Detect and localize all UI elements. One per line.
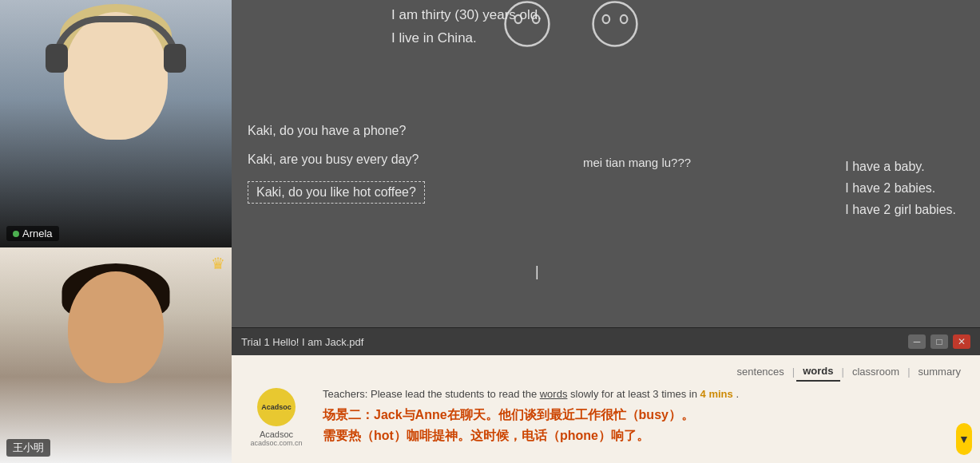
headphone-right-cup <box>164 44 186 73</box>
underline-word: words <box>540 388 568 400</box>
person-top-video <box>0 0 232 247</box>
crown-icon: ♛ <box>211 254 225 273</box>
logo-brand-text: Acadsoc <box>261 403 292 411</box>
logo-url-label: acadsoc.com.cn <box>250 439 302 447</box>
minimize-button[interactable]: ─ <box>908 334 926 349</box>
logo-circle: Acadsoc <box>257 388 296 426</box>
pinyin-text: mei tian mang lu??? <box>583 156 691 169</box>
babies-text-area: I have a baby. I have 2 babies. I have 2… <box>845 156 956 221</box>
cursor-indicator: | <box>535 263 539 280</box>
babies-line-1: I have a baby. <box>845 156 956 177</box>
chinese-text-line2: 需要热（hot）咖啡提神。这时候，电话（phone）响了。 <box>323 425 967 446</box>
babies-line-3: I have 2 girl babies. <box>845 199 956 220</box>
tab-classroom[interactable]: classroom <box>846 362 906 381</box>
name-badge-student: 王小明 <box>6 439 50 457</box>
lesson-content: Teachers: Please lead the students to re… <box>323 388 967 457</box>
video-bottom: ♛ 王小明 <box>0 247 232 463</box>
teacher-note: Teachers: Please lead the students to re… <box>323 388 967 400</box>
question-line-1: Kaki, do you have a phone? <box>232 124 980 138</box>
name-badge-arnela: Arnela <box>6 226 59 241</box>
highlight-time: 4 mins <box>700 388 733 400</box>
chinese-text-line1: 场景二：Jack与Anne在聊天。他们谈到最近工作很忙（busy）。 <box>323 405 967 425</box>
close-button[interactable]: ✕ <box>953 334 970 349</box>
tab-summary[interactable]: summary <box>912 362 967 381</box>
bottom-panel: sentences | words | classroom | summary … <box>232 355 980 463</box>
slide-sentence-1: I am thirty (30) years old. <box>391 4 980 27</box>
headphone-left-cup <box>46 44 68 73</box>
video-top: Arnela <box>0 0 232 247</box>
nav-tabs: sentences | words | classroom | summary <box>232 355 980 382</box>
logo-brand-label: Acadsoc <box>260 429 293 439</box>
pdf-toolbar: Trial 1 Hello! I am Jack.pdf ─ □ ✕ <box>232 327 980 355</box>
arnela-name-label: Arnela <box>22 228 53 239</box>
scroll-indicator[interactable]: ▼ <box>956 423 972 455</box>
main-content: I am thirty (30) years old. I live in Ch… <box>232 0 980 463</box>
slide-area: I am thirty (30) years old. I live in Ch… <box>232 0 980 327</box>
tab-separator-1: | <box>792 366 795 378</box>
tab-sentences[interactable]: sentences <box>731 362 791 381</box>
online-indicator <box>13 231 19 237</box>
tab-separator-2: | <box>842 366 844 378</box>
video-bottom-face <box>68 271 164 383</box>
content-area: Acadsoc Acadsoc acadsoc.com.cn Teachers:… <box>232 382 980 463</box>
pdf-title: Trial 1 Hello! I am Jack.pdf <box>241 336 363 348</box>
slide-sentence-2: I live in China. <box>391 27 980 50</box>
tab-separator-3: | <box>907 366 910 378</box>
tab-words[interactable]: words <box>796 362 839 382</box>
acadsoc-logo: Acadsoc Acadsoc acadsoc.com.cn <box>244 388 308 457</box>
babies-line-2: I have 2 babies. <box>845 177 956 199</box>
student-name-label: 王小明 <box>13 441 44 453</box>
slide-top-sentences: I am thirty (30) years old. I live in Ch… <box>391 0 980 50</box>
pdf-controls: ─ □ ✕ <box>908 334 970 349</box>
video-column: Arnela ♛ 王小明 <box>0 0 232 463</box>
maximize-button[interactable]: □ <box>930 334 948 349</box>
